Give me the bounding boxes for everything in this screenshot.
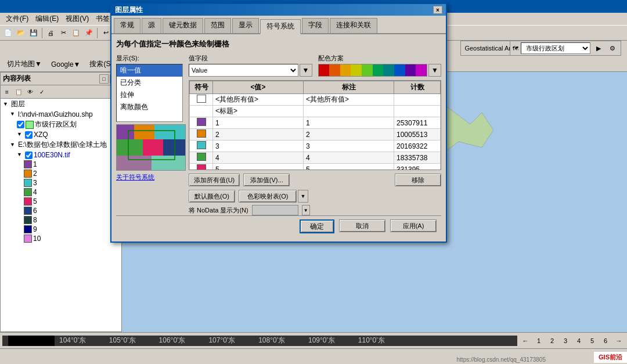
- toc-val-1[interactable]: 1: [21, 160, 121, 169]
- tab-display[interactable]: 显示: [232, 18, 259, 33]
- sym-row-heading[interactable]: <标题>: [190, 106, 441, 117]
- nav-4-btn[interactable]: 4: [573, 335, 585, 347]
- toc-tif[interactable]: ▼ 100E30N.tif: [15, 150, 121, 160]
- toc-tif-check[interactable]: [25, 152, 33, 159]
- tab-source[interactable]: 源: [142, 18, 161, 33]
- toc-val-8[interactable]: 8: [21, 215, 121, 225]
- sym-row-3[interactable]: 3 3 20169322: [190, 140, 441, 152]
- toc-val-9[interactable]: 9: [21, 225, 121, 234]
- dialog-close-btn[interactable]: ×: [433, 6, 442, 14]
- toc-val-10[interactable]: 10: [21, 234, 121, 243]
- print-btn[interactable]: 🖨: [45, 27, 56, 39]
- show-item-classified[interactable]: 已分类: [117, 77, 182, 89]
- admin-btn2[interactable]: ⚙: [607, 42, 618, 54]
- toc-visibility-btn[interactable]: 👁: [25, 87, 35, 97]
- default-color-row: 默认颜色(O) 色彩映射表(O) ▼: [189, 190, 441, 203]
- tab-symbology[interactable]: 符号系统: [260, 19, 301, 34]
- nav-5-btn[interactable]: 5: [586, 335, 598, 347]
- svg-rect-19: [117, 139, 143, 156]
- svg-rect-18: [154, 125, 185, 139]
- sym-row-2[interactable]: 2 2 10005513: [190, 129, 441, 140]
- cut-btn[interactable]: ✂: [57, 27, 69, 39]
- admin-btn1[interactable]: ▶: [593, 42, 604, 54]
- color-scheme-bar[interactable]: [318, 64, 428, 77]
- toc-source-btn[interactable]: 📋: [13, 87, 24, 97]
- color-map-btn[interactable]: 色彩映射表(O): [239, 190, 297, 203]
- show-item-unique[interactable]: 唯一值: [117, 64, 182, 77]
- toc-group-global[interactable]: ▼ E:\数据包\全球数据\全球土地: [8, 139, 121, 150]
- expand-layers[interactable]: ▼: [3, 101, 10, 108]
- nav-6-btn[interactable]: 6: [600, 335, 611, 347]
- show-item-stretch[interactable]: 拉伸: [117, 89, 182, 101]
- sym-row-4[interactable]: 4 4 18335738: [190, 152, 441, 164]
- cancel-btn[interactable]: 取消: [339, 219, 385, 232]
- expand-tif[interactable]: ▼: [17, 152, 24, 158]
- toc-group-guizhou[interactable]: ▼ l:\ndvi-max\Guizhou.shp: [8, 110, 121, 119]
- value-field-select[interactable]: Value: [189, 64, 298, 77]
- menu-edit[interactable]: 编辑(E): [32, 13, 62, 24]
- toc-val-4[interactable]: 4: [21, 188, 121, 197]
- toc-val-2[interactable]: 2: [21, 169, 121, 178]
- expand-global[interactable]: ▼: [10, 142, 17, 149]
- sym-row-1[interactable]: 1 1 25307911: [190, 117, 441, 129]
- open-btn[interactable]: 📂: [15, 27, 27, 39]
- sym-link[interactable]: 关于符号系统: [116, 173, 183, 182]
- new-btn[interactable]: 📄: [2, 27, 14, 39]
- nav-1-btn[interactable]: 1: [533, 335, 545, 347]
- copy-btn[interactable]: 📋: [70, 27, 82, 39]
- tab-general[interactable]: 常规: [114, 18, 140, 33]
- apply-btn[interactable]: 应用(A): [390, 219, 437, 232]
- nav-right-btn[interactable]: →: [613, 335, 625, 347]
- toc-layers-label: 图层: [11, 99, 25, 109]
- bottom-btn-bar: 确定 取消 应用(A): [116, 215, 441, 237]
- save-btn[interactable]: 💾: [28, 27, 39, 39]
- tab-extent[interactable]: 范围: [204, 18, 231, 33]
- show-item-discrete[interactable]: 离散颜色: [117, 101, 182, 113]
- paste-btn[interactable]: 📌: [83, 27, 95, 39]
- nodata-dropdown[interactable]: ▼: [302, 205, 310, 215]
- toc-admin-check[interactable]: [17, 121, 24, 128]
- google-btn[interactable]: Google▼: [48, 60, 84, 69]
- default-color-btn[interactable]: 默认颜色(O): [189, 190, 235, 203]
- admin-select[interactable]: 市级行政区划: [521, 42, 590, 54]
- nodata-row: 将 NoData 显示为(N) ▼: [189, 205, 441, 215]
- sym-table-scroll[interactable]: 符号 <值> 标注 计数: [189, 80, 441, 170]
- show-list[interactable]: 唯一值 已分类 拉伸 离散颜色: [116, 64, 183, 122]
- toc-list-btn[interactable]: ≡: [2, 87, 12, 97]
- tab-fields[interactable]: 字段: [302, 18, 329, 33]
- value-field-dropdown[interactable]: ▼: [300, 64, 312, 77]
- expand-xzq[interactable]: ▼: [17, 131, 24, 138]
- color-scheme-dropdown[interactable]: ▼: [428, 64, 441, 77]
- toc-val-5[interactable]: 5: [21, 197, 121, 206]
- undo-btn[interactable]: ↩: [100, 27, 111, 39]
- add-value-btn[interactable]: 添加值(V)...: [243, 174, 290, 186]
- toc-xzq-check[interactable]: [25, 131, 33, 139]
- toc-select-btn[interactable]: ✓: [37, 87, 47, 97]
- tile-map-btn[interactable]: 切片地图▼: [3, 59, 45, 70]
- toc-val-3[interactable]: 3: [21, 178, 121, 188]
- status-bottom: https://blog.csdn.net/qq_43173805 GIS前沿: [0, 349, 627, 364]
- ok-btn[interactable]: 确定: [300, 219, 334, 233]
- toc-pin-btn[interactable]: □: [99, 74, 109, 84]
- toc-val-6[interactable]: 6: [21, 206, 121, 215]
- sym-row-other[interactable]: <其他所有值> <其他所有值>: [190, 94, 441, 106]
- cs-yellow-orange: [340, 64, 351, 76]
- toc-admin-label: 市级行政区划: [35, 120, 77, 129]
- expand-guizhou[interactable]: ▼: [10, 111, 17, 118]
- menu-file[interactable]: 文件(F): [2, 13, 32, 24]
- nav-3-btn[interactable]: 3: [560, 335, 571, 347]
- menu-view[interactable]: 视图(V): [62, 13, 92, 24]
- tab-joins[interactable]: 连接和关联: [330, 18, 377, 33]
- tab-metadata[interactable]: 键元数据: [163, 18, 203, 33]
- toc-xzq[interactable]: ▼ XZQ: [15, 130, 121, 139]
- toc-group-layers[interactable]: ▼ 图层: [1, 99, 121, 110]
- nav-left-btn[interactable]: ←: [520, 335, 531, 347]
- toc-admin[interactable]: 市级行政区划: [15, 119, 121, 130]
- value-field-section: 值字段 Value ▼: [189, 54, 312, 77]
- nav-2-btn[interactable]: 2: [546, 335, 558, 347]
- sym-row-5[interactable]: 5 5 331395: [190, 164, 441, 171]
- add-all-btn[interactable]: 添加所有值(U): [189, 174, 240, 186]
- remove-btn[interactable]: 移除: [395, 174, 441, 186]
- dialog-tabs: 常规 源 键元数据 范围 显示 符号系统 字段 连接和关联: [111, 16, 446, 34]
- color-map-dropdown-btn[interactable]: ▼: [298, 190, 308, 203]
